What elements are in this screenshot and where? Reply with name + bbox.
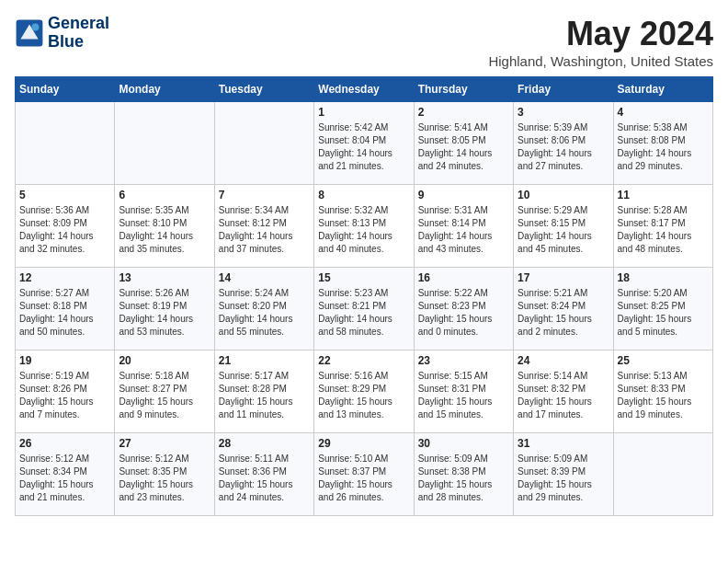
calendar-day-cell: 10Sunrise: 5:29 AM Sunset: 8:15 PM Dayli…: [514, 185, 613, 268]
day-number: 10: [518, 189, 609, 201]
day-number: 11: [618, 189, 709, 201]
day-info: Sunrise: 5:17 AM Sunset: 8:28 PM Dayligh…: [219, 370, 310, 421]
day-number: 21: [219, 354, 310, 367]
day-info: Sunrise: 5:23 AM Sunset: 8:21 PM Dayligh…: [318, 287, 409, 339]
calendar-day-cell: 7Sunrise: 5:34 AM Sunset: 8:12 PM Daylig…: [214, 185, 313, 268]
calendar-week-row: 1Sunrise: 5:42 AM Sunset: 8:04 PM Daylig…: [16, 102, 713, 185]
logo-text: General Blue: [48, 15, 109, 52]
calendar-day-cell: 29Sunrise: 5:10 AM Sunset: 8:37 PM Dayli…: [314, 433, 414, 516]
day-info: Sunrise: 5:38 AM Sunset: 8:08 PM Dayligh…: [618, 121, 709, 173]
day-info: Sunrise: 5:34 AM Sunset: 8:12 PM Dayligh…: [219, 204, 310, 256]
day-number: 23: [418, 354, 509, 367]
weekday-header-cell: Sunday: [16, 77, 115, 102]
day-number: 4: [618, 106, 709, 119]
day-info: Sunrise: 5:14 AM Sunset: 8:32 PM Dayligh…: [518, 370, 609, 421]
logo: General Blue: [15, 15, 109, 52]
calendar-day-cell: 4Sunrise: 5:38 AM Sunset: 8:08 PM Daylig…: [613, 102, 712, 185]
location-title: Highland, Washington, United States: [488, 53, 713, 69]
calendar-day-cell: [16, 102, 115, 185]
page-header: General Blue May 2024 Highland, Washingt…: [15, 15, 713, 69]
day-info: Sunrise: 5:27 AM Sunset: 8:18 PM Dayligh…: [19, 287, 110, 339]
day-info: Sunrise: 5:19 AM Sunset: 8:26 PM Dayligh…: [19, 370, 110, 421]
calendar-body: 1Sunrise: 5:42 AM Sunset: 8:04 PM Daylig…: [16, 102, 713, 516]
day-info: Sunrise: 5:26 AM Sunset: 8:19 PM Dayligh…: [119, 287, 210, 339]
day-info: Sunrise: 5:28 AM Sunset: 8:17 PM Dayligh…: [618, 204, 709, 256]
day-info: Sunrise: 5:42 AM Sunset: 8:04 PM Dayligh…: [318, 121, 409, 173]
calendar-day-cell: 12Sunrise: 5:27 AM Sunset: 8:18 PM Dayli…: [16, 268, 115, 350]
day-number: 13: [119, 271, 210, 284]
calendar-day-cell: 22Sunrise: 5:16 AM Sunset: 8:29 PM Dayli…: [314, 350, 414, 433]
day-info: Sunrise: 5:13 AM Sunset: 8:33 PM Dayligh…: [618, 370, 709, 421]
weekday-header-row: SundayMondayTuesdayWednesdayThursdayFrid…: [16, 77, 713, 102]
day-info: Sunrise: 5:31 AM Sunset: 8:14 PM Dayligh…: [418, 204, 509, 256]
calendar-day-cell: 16Sunrise: 5:22 AM Sunset: 8:23 PM Dayli…: [414, 268, 513, 350]
day-number: 5: [19, 189, 110, 201]
day-number: 15: [318, 271, 409, 284]
day-number: 7: [219, 189, 310, 201]
calendar-day-cell: 11Sunrise: 5:28 AM Sunset: 8:17 PM Dayli…: [613, 185, 712, 268]
calendar-day-cell: 31Sunrise: 5:09 AM Sunset: 8:39 PM Dayli…: [514, 433, 613, 516]
day-info: Sunrise: 5:21 AM Sunset: 8:24 PM Dayligh…: [518, 287, 609, 339]
day-info: Sunrise: 5:35 AM Sunset: 8:10 PM Dayligh…: [119, 204, 210, 256]
day-number: 3: [518, 106, 609, 119]
day-number: 31: [518, 437, 609, 450]
month-title: May 2024: [488, 15, 713, 53]
day-info: Sunrise: 5:20 AM Sunset: 8:25 PM Dayligh…: [618, 287, 709, 339]
day-number: 19: [19, 354, 110, 367]
calendar-day-cell: [214, 102, 313, 185]
day-info: Sunrise: 5:36 AM Sunset: 8:09 PM Dayligh…: [19, 204, 110, 256]
day-number: 26: [19, 437, 110, 450]
day-number: 18: [618, 271, 709, 284]
calendar-day-cell: 8Sunrise: 5:32 AM Sunset: 8:13 PM Daylig…: [314, 185, 414, 268]
svg-point-2: [31, 23, 39, 30]
weekday-header-cell: Monday: [115, 77, 214, 102]
calendar-week-row: 26Sunrise: 5:12 AM Sunset: 8:34 PM Dayli…: [16, 433, 713, 516]
calendar-day-cell: 21Sunrise: 5:17 AM Sunset: 8:28 PM Dayli…: [214, 350, 313, 433]
day-info: Sunrise: 5:16 AM Sunset: 8:29 PM Dayligh…: [318, 370, 409, 421]
day-info: Sunrise: 5:09 AM Sunset: 8:38 PM Dayligh…: [418, 453, 509, 504]
calendar-day-cell: 17Sunrise: 5:21 AM Sunset: 8:24 PM Dayli…: [514, 268, 613, 350]
day-number: 6: [119, 189, 210, 201]
day-number: 29: [318, 437, 409, 450]
calendar-day-cell: 28Sunrise: 5:11 AM Sunset: 8:36 PM Dayli…: [214, 433, 313, 516]
logo-icon: [15, 18, 44, 48]
day-number: 12: [19, 271, 110, 284]
day-info: Sunrise: 5:09 AM Sunset: 8:39 PM Dayligh…: [518, 453, 609, 504]
calendar-day-cell: 23Sunrise: 5:15 AM Sunset: 8:31 PM Dayli…: [414, 350, 513, 433]
calendar-day-cell: 20Sunrise: 5:18 AM Sunset: 8:27 PM Dayli…: [115, 350, 214, 433]
calendar-table: SundayMondayTuesdayWednesdayThursdayFrid…: [15, 76, 713, 516]
calendar-day-cell: 13Sunrise: 5:26 AM Sunset: 8:19 PM Dayli…: [115, 268, 214, 350]
day-number: 22: [318, 354, 409, 367]
day-number: 27: [119, 437, 210, 450]
calendar-day-cell: 14Sunrise: 5:24 AM Sunset: 8:20 PM Dayli…: [214, 268, 313, 350]
weekday-header-cell: Friday: [514, 77, 613, 102]
day-number: 1: [318, 106, 409, 119]
day-info: Sunrise: 5:32 AM Sunset: 8:13 PM Dayligh…: [318, 204, 409, 256]
calendar-day-cell: 3Sunrise: 5:39 AM Sunset: 8:06 PM Daylig…: [514, 102, 613, 185]
day-info: Sunrise: 5:12 AM Sunset: 8:35 PM Dayligh…: [119, 453, 210, 504]
calendar-day-cell: 1Sunrise: 5:42 AM Sunset: 8:04 PM Daylig…: [314, 102, 414, 185]
calendar-day-cell: 30Sunrise: 5:09 AM Sunset: 8:38 PM Dayli…: [414, 433, 513, 516]
day-info: Sunrise: 5:29 AM Sunset: 8:15 PM Dayligh…: [518, 204, 609, 256]
day-number: 16: [418, 271, 509, 284]
day-number: 25: [618, 354, 709, 367]
calendar-day-cell: 19Sunrise: 5:19 AM Sunset: 8:26 PM Dayli…: [16, 350, 115, 433]
calendar-day-cell: 9Sunrise: 5:31 AM Sunset: 8:14 PM Daylig…: [414, 185, 513, 268]
weekday-header-cell: Tuesday: [214, 77, 313, 102]
calendar-day-cell: 6Sunrise: 5:35 AM Sunset: 8:10 PM Daylig…: [115, 185, 214, 268]
day-info: Sunrise: 5:41 AM Sunset: 8:05 PM Dayligh…: [418, 121, 509, 173]
calendar-week-row: 19Sunrise: 5:19 AM Sunset: 8:26 PM Dayli…: [16, 350, 713, 433]
calendar-day-cell: [115, 102, 214, 185]
day-number: 20: [119, 354, 210, 367]
day-info: Sunrise: 5:11 AM Sunset: 8:36 PM Dayligh…: [219, 453, 310, 504]
calendar-day-cell: [613, 433, 712, 516]
day-number: 17: [518, 271, 609, 284]
calendar-day-cell: 5Sunrise: 5:36 AM Sunset: 8:09 PM Daylig…: [16, 185, 115, 268]
title-area: May 2024 Highland, Washington, United St…: [488, 15, 713, 69]
day-number: 9: [418, 189, 509, 201]
calendar-day-cell: 18Sunrise: 5:20 AM Sunset: 8:25 PM Dayli…: [613, 268, 712, 350]
day-number: 8: [318, 189, 409, 201]
day-info: Sunrise: 5:24 AM Sunset: 8:20 PM Dayligh…: [219, 287, 310, 339]
day-info: Sunrise: 5:15 AM Sunset: 8:31 PM Dayligh…: [418, 370, 509, 421]
day-number: 28: [219, 437, 310, 450]
